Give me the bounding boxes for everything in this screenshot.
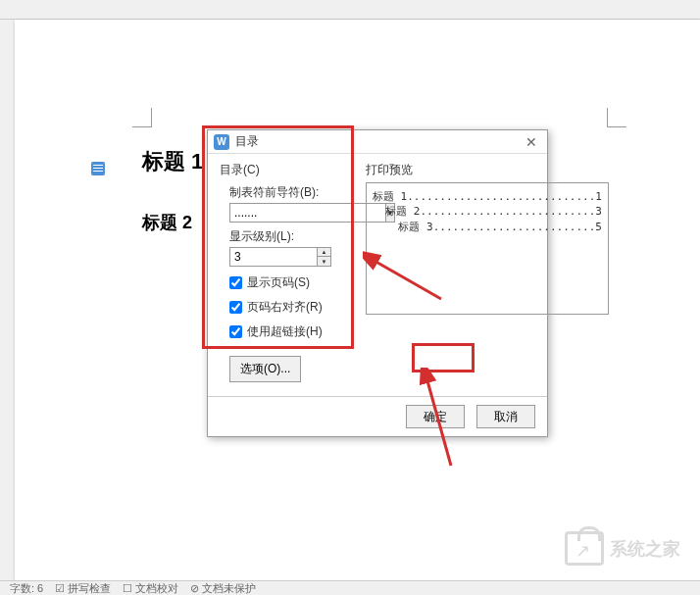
ruler: [0, 0, 700, 20]
ok-button[interactable]: 确定: [406, 405, 465, 428]
close-icon[interactable]: ✕: [522, 132, 541, 152]
status-bar: 字数: 6 ☑拼写检查 ☐文档校对 ⊘文档未保护: [0, 580, 700, 595]
hyperlink-checkbox[interactable]: [229, 325, 242, 338]
toc-dialog: W 目录 ✕ 目录(C) 制表符前导符(B): ▼ 显示级别(L): ▲ ▼ 显…: [207, 129, 548, 437]
show-page-check-row[interactable]: 显示页码(S): [229, 274, 352, 291]
preview-line-3: 标题 3.........................5: [373, 221, 602, 233]
page-break-icon: [91, 162, 105, 175]
crop-mark-tl: [132, 108, 152, 127]
tab-leader-label: 制表符前导符(B):: [229, 184, 352, 201]
tab-leader-input[interactable]: [229, 203, 386, 223]
show-level-label: 显示级别(L):: [229, 228, 352, 245]
dialog-titlebar[interactable]: W 目录 ✕: [208, 130, 547, 154]
dialog-right-panel: 打印预览 标题 1.............................1 …: [366, 162, 609, 382]
dialog-footer: 确定 取消: [208, 396, 547, 436]
heading-1-text: 标题 1: [142, 147, 203, 176]
level-input[interactable]: [229, 247, 318, 267]
right-align-checkbox[interactable]: [229, 301, 242, 314]
cancel-button[interactable]: 取消: [476, 405, 535, 428]
crop-mark-tr: [607, 108, 626, 127]
hyperlink-check-row[interactable]: 使用超链接(H): [229, 323, 352, 340]
status-word-count[interactable]: 字数: 6: [10, 581, 43, 596]
show-page-label: 显示页码(S): [247, 274, 310, 291]
preview-label: 打印预览: [366, 162, 609, 178]
dialog-title: 目录: [235, 133, 522, 150]
right-align-label: 页码右对齐(R): [247, 299, 323, 316]
show-page-checkbox[interactable]: [229, 276, 242, 289]
spinner-up-icon[interactable]: ▲: [318, 247, 331, 257]
status-spell-check[interactable]: ☑拼写检查: [55, 581, 111, 596]
preview-line-1: 标题 1.............................1: [373, 190, 602, 203]
hyperlink-label: 使用超链接(H): [247, 323, 323, 340]
svg-rect-2: [93, 168, 103, 169]
svg-rect-1: [93, 165, 103, 166]
print-preview-box: 标题 1.............................1 标题 2.…: [366, 182, 609, 315]
level-spinner[interactable]: ▲ ▼: [229, 247, 352, 267]
options-button[interactable]: 选项(O)...: [229, 356, 301, 382]
spinner-down-icon[interactable]: ▼: [318, 257, 331, 267]
dialog-left-panel: 目录(C) 制表符前导符(B): ▼ 显示级别(L): ▲ ▼ 显示页码(S): [220, 162, 352, 382]
status-unsaved[interactable]: ⊘文档未保护: [190, 581, 256, 596]
status-proof[interactable]: ☐文档校对: [123, 581, 178, 596]
tab-leader-combo[interactable]: ▼: [229, 203, 352, 223]
svg-rect-3: [93, 171, 103, 172]
heading-2-text: 标题 2: [142, 211, 192, 234]
right-align-check-row[interactable]: 页码右对齐(R): [229, 299, 352, 316]
wps-app-icon: W: [214, 134, 229, 150]
toc-section-label: 目录(C): [220, 162, 352, 178]
preview-line-2: 标题 2...........................3: [373, 205, 602, 218]
